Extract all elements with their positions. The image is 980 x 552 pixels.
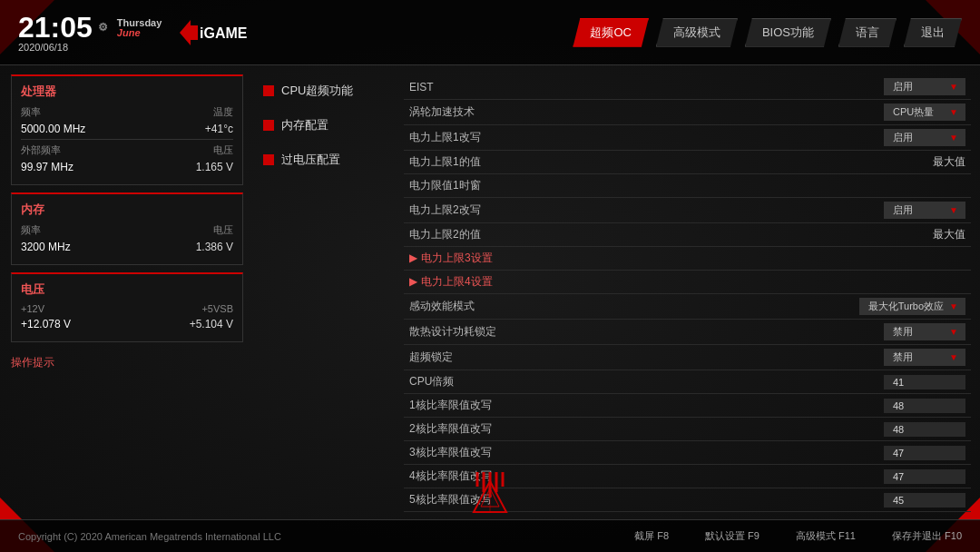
menu-overvoltage[interactable]: 过电压配置: [263, 148, 390, 172]
v5sb-value: +5.104 V: [190, 318, 233, 330]
mem-volt-label: 电压: [213, 223, 233, 237]
nav-advanced[interactable]: 高级模式: [656, 18, 738, 47]
header: 21:05 ⚙ Thursday June 2020/06/18 iGAME 超…: [0, 0, 980, 65]
nav-exit[interactable]: 退出: [904, 18, 962, 47]
triangle-logo: [472, 479, 508, 519]
menu-cpu-oc[interactable]: CPU超频功能: [263, 79, 390, 103]
setting-value-cell: 最大值: [716, 223, 971, 247]
voltage-card: 电压 +12V +5VSB +12.078 V +5.104 V: [11, 272, 243, 342]
setting-value-cell[interactable]: 启用▼: [716, 125, 971, 151]
table-row[interactable]: 散热设计功耗锁定禁用▼: [404, 320, 971, 345]
plain-value[interactable]: 48: [884, 422, 965, 437]
nav-language[interactable]: 语言: [838, 18, 897, 47]
setting-value-cell[interactable]: 47: [716, 441, 971, 465]
table-row[interactable]: 电力上限2改写启用▼: [404, 198, 971, 223]
setting-name-cell: 电力上限2改写: [404, 198, 716, 223]
setting-value-cell[interactable]: 48: [716, 418, 971, 441]
dropdown-value[interactable]: CPU热量▼: [884, 104, 965, 121]
plain-value[interactable]: 41: [884, 375, 965, 389]
setting-value-cell[interactable]: 启用▼: [716, 198, 971, 223]
dropdown-value[interactable]: 最大化Turbo效应▼: [859, 298, 965, 315]
table-row[interactable]: 2核比率限值改写48: [404, 418, 971, 441]
processor-card: 处理器 频率 温度 5000.00 MHz +41°c 外部频率 电压 99.9…: [11, 74, 243, 185]
table-row[interactable]: 电力上限1的值最大值: [404, 151, 971, 174]
plain-value[interactable]: 47: [884, 469, 965, 484]
dropdown-value[interactable]: 启用▼: [884, 129, 965, 146]
nav-overclocking[interactable]: 超频OC: [573, 18, 649, 47]
v-value-row: +12.078 V +5.104 V: [21, 318, 233, 330]
table-row[interactable]: EIST启用▼: [404, 74, 971, 100]
setting-value-cell[interactable]: 禁用▼: [716, 320, 971, 345]
table-row[interactable]: ▶电力上限4设置: [404, 271, 971, 294]
dropdown-value[interactable]: 启用▼: [884, 78, 965, 95]
table-row[interactable]: CPU倍频41: [404, 370, 971, 394]
setting-value-cell[interactable]: 48: [716, 394, 971, 418]
table-row[interactable]: 感动效能模式最大化Turbo效应▼: [404, 294, 971, 320]
date-value: 2020/06/18: [18, 42, 162, 53]
freq-value: 5000.00 MHz: [21, 123, 85, 135]
settings-gear-icon[interactable]: ⚙: [98, 22, 108, 33]
temp-label: 温度: [213, 105, 233, 119]
v5sb-label: +5VSB: [201, 303, 233, 314]
setting-value-cell: [716, 271, 971, 294]
setting-value-cell[interactable]: 最大化Turbo效应▼: [716, 294, 971, 320]
volt-label: 电压: [213, 143, 233, 157]
setting-name-cell: 电力上限1的值: [404, 151, 716, 174]
content-area: 处理器 频率 温度 5000.00 MHz +41°c 外部频率 电压 99.9…: [0, 65, 980, 519]
table-row[interactable]: 3核比率限值改写47: [404, 441, 971, 465]
table-row[interactable]: 涡轮加速技术CPU热量▼: [404, 100, 971, 125]
memory-card: 内存 频率 电压 3200 MHz 1.386 V: [11, 192, 243, 265]
v12-label: +12V: [21, 303, 44, 314]
save-key: 保存并退出 F10: [892, 529, 962, 543]
setting-name-cell: 1核比率限值改写: [404, 394, 716, 418]
setting-value-cell[interactable]: 41: [716, 370, 971, 394]
dropdown-value[interactable]: 启用▼: [884, 202, 965, 219]
menu-memory[interactable]: 内存配置: [263, 113, 390, 137]
table-row[interactable]: 1核比率限值改写48: [404, 394, 971, 418]
screenshot-key: 截屏 F8: [634, 529, 669, 543]
v12-row: +12V +5VSB: [21, 303, 233, 314]
setting-value-cell[interactable]: 启用▼: [716, 74, 971, 100]
setting-value-cell[interactable]: CPU热量▼: [716, 100, 971, 125]
day-name: Thursday: [117, 18, 162, 28]
setting-value-cell[interactable]: 45: [716, 488, 971, 512]
expand-arrow: ▶: [409, 251, 417, 264]
plain-value[interactable]: 47: [884, 446, 965, 460]
nav-buttons: 超频OC 高级模式 BIOS功能 语言 退出: [573, 18, 962, 47]
menu-dot-cpu: [263, 85, 274, 96]
menu-label-mem: 内存配置: [281, 117, 328, 133]
plain-value[interactable]: 48: [884, 399, 965, 413]
setting-name-cell: EIST: [404, 74, 716, 100]
setting-name-cell: ▶电力上限4设置: [404, 271, 716, 294]
mem-freq-label: 频率: [21, 223, 41, 237]
dropdown-value[interactable]: 禁用▼: [884, 323, 965, 340]
volt-value: 1.165 V: [196, 161, 233, 173]
table-row[interactable]: 超频锁定禁用▼: [404, 345, 971, 370]
text-value: 最大值: [933, 228, 965, 241]
plain-value[interactable]: 45: [884, 493, 965, 508]
setting-name-cell: 电力上限2的值: [404, 223, 716, 247]
nav-bios[interactable]: BIOS功能: [745, 18, 831, 47]
table-row[interactable]: 电力上限1改写启用▼: [404, 125, 971, 151]
setting-name-cell: 涡轮加速技术: [404, 100, 716, 125]
table-row[interactable]: 电力限值1时窗: [404, 174, 971, 198]
setting-name-cell: 感动效能模式: [404, 294, 716, 320]
svg-marker-0: [180, 20, 198, 45]
temp-value: +41°c: [205, 123, 233, 135]
ext-freq-row: 外部频率 电压: [21, 143, 233, 157]
table-row[interactable]: 电力上限2的值最大值: [404, 223, 971, 247]
default-key: 默认设置 F9: [705, 529, 760, 543]
dropdown-value[interactable]: 禁用▼: [884, 349, 965, 366]
settings-panel[interactable]: EIST启用▼涡轮加速技术CPU热量▼电力上限1改写启用▼电力上限1的值最大值电…: [399, 65, 980, 519]
setting-name-cell: CPU倍频: [404, 370, 716, 394]
advanced-key: 高级模式 F11: [796, 529, 856, 543]
memory-title: 内存: [21, 202, 233, 218]
setting-name-cell: ▶电力上限3设置: [404, 247, 716, 271]
operation-hint: 操作提示: [11, 350, 243, 376]
setting-value-cell[interactable]: 禁用▼: [716, 345, 971, 370]
v12-value: +12.078 V: [21, 318, 71, 330]
table-row[interactable]: ▶电力上限3设置: [404, 247, 971, 271]
setting-value-cell[interactable]: 47: [716, 465, 971, 488]
menu-panel: CPU超频功能 内存配置 过电压配置: [254, 65, 399, 519]
setting-name-cell: 电力限值1时窗: [404, 174, 716, 198]
